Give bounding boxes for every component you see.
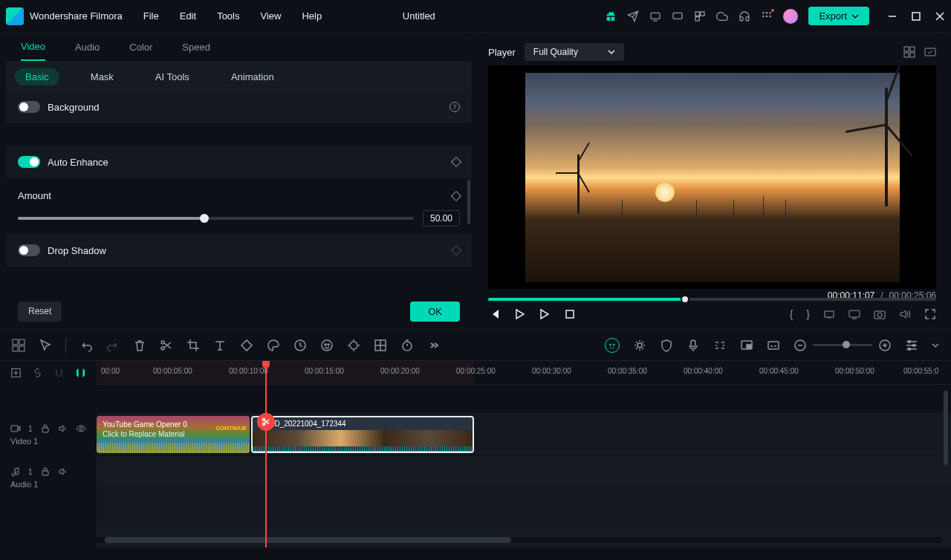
volume-icon[interactable] — [899, 308, 911, 320]
screen-record-icon[interactable] — [649, 10, 661, 22]
tab-color[interactable]: Color — [129, 34, 152, 60]
video-clip-2[interactable]: VID_20221004_172344 — [251, 416, 474, 453]
video-track-row[interactable]: YouTube Game Opener 0 Click to Replace M… — [97, 413, 951, 456]
magnet-icon[interactable] — [53, 367, 65, 379]
text-icon[interactable] — [213, 339, 227, 352]
mute-track-icon[interactable] — [58, 466, 68, 477]
audio-mix-icon[interactable] — [713, 339, 727, 352]
add-track-icon[interactable] — [10, 367, 22, 379]
amount-value[interactable]: 50.00 — [423, 210, 460, 227]
scrubber-thumb[interactable] — [681, 295, 689, 304]
snapshot-gallery-icon[interactable] — [924, 46, 936, 58]
subtab-basic[interactable]: Basic — [15, 68, 59, 85]
pointer-icon[interactable] — [39, 339, 52, 352]
menu-file[interactable]: File — [143, 10, 159, 22]
slider-thumb[interactable] — [200, 214, 209, 223]
lock-icon[interactable] — [40, 423, 51, 434]
background-toggle[interactable] — [18, 101, 40, 113]
display-icon[interactable] — [848, 308, 860, 320]
chevron-down-icon[interactable] — [932, 339, 939, 352]
toolbox-icon[interactable] — [12, 339, 25, 352]
split-icon[interactable] — [160, 339, 173, 352]
menu-edit[interactable]: Edit — [180, 10, 196, 22]
lock-icon[interactable] — [40, 466, 51, 477]
playhead[interactable] — [265, 361, 267, 547]
amount-slider[interactable] — [18, 217, 414, 220]
grid-icon[interactable] — [903, 46, 915, 58]
subtab-ai-tools[interactable]: AI Tools — [145, 68, 200, 85]
auto-ripple-icon[interactable] — [75, 367, 86, 379]
delete-icon[interactable] — [133, 339, 146, 352]
send-icon[interactable] — [627, 10, 639, 22]
audio-track-row[interactable] — [97, 484, 951, 527]
effects-icon[interactable] — [347, 339, 360, 352]
mic-icon[interactable] — [687, 339, 700, 352]
zoom-in-icon[interactable] — [878, 339, 892, 352]
more-tools-icon[interactable] — [427, 339, 441, 352]
headphones-icon[interactable] — [739, 10, 750, 22]
help-icon[interactable]: ? — [449, 102, 460, 112]
device-icon[interactable] — [672, 10, 684, 22]
speed-tool-icon[interactable] — [293, 339, 307, 352]
redo-icon[interactable] — [106, 339, 120, 352]
timeline-settings-icon[interactable] — [905, 339, 918, 352]
scrollbar-horizontal[interactable] — [97, 537, 942, 543]
cloud-icon[interactable] — [716, 10, 728, 22]
subtab-mask[interactable]: Mask — [80, 68, 124, 85]
enhance-icon[interactable] — [633, 339, 646, 352]
minimize-icon[interactable] — [887, 11, 898, 22]
scrollbar-vertical[interactable] — [944, 391, 948, 465]
apps-icon[interactable] — [761, 10, 773, 22]
ratio-icon[interactable] — [823, 308, 835, 320]
next-frame-icon[interactable] — [539, 308, 551, 320]
tracks-area[interactable]: YouTube Game Opener 0 Click to Replace M… — [97, 413, 951, 547]
color-tool-icon[interactable] — [267, 339, 280, 352]
playhead-handle[interactable] — [262, 361, 270, 368]
crop-icon[interactable] — [186, 339, 200, 352]
fullscreen-icon[interactable] — [924, 308, 936, 320]
keyframe-tool-icon[interactable] — [240, 339, 253, 352]
prev-frame-icon[interactable] — [488, 308, 500, 320]
mark-out-icon[interactable]: } — [806, 308, 810, 320]
maximize-icon[interactable] — [911, 11, 921, 22]
gift-icon[interactable] — [605, 10, 617, 22]
template-icon[interactable] — [694, 10, 706, 22]
undo-icon[interactable] — [79, 339, 93, 352]
keyframe-icon[interactable] — [451, 157, 461, 167]
close-icon[interactable] — [935, 11, 945, 22]
link-icon[interactable] — [32, 367, 43, 379]
video-clip-1[interactable]: YouTube Game Opener 0 Click to Replace M… — [97, 416, 250, 453]
ai-assistant-icon[interactable] — [605, 338, 620, 353]
timer-icon[interactable] — [400, 339, 414, 352]
mask-tool-icon[interactable] — [320, 339, 334, 352]
shield-icon[interactable] — [660, 339, 673, 352]
quality-select[interactable]: Full Quality — [525, 43, 624, 61]
zoom-slider[interactable] — [813, 344, 872, 346]
export-button[interactable]: Export — [808, 7, 869, 25]
pip-icon[interactable] — [740, 339, 753, 352]
tab-speed[interactable]: Speed — [182, 34, 210, 60]
ok-button[interactable]: OK — [410, 302, 460, 322]
play-icon[interactable] — [513, 308, 525, 320]
mute-track-icon[interactable] — [58, 423, 68, 434]
scrollbar-vertical[interactable] — [467, 180, 470, 224]
split-marker-icon[interactable] — [257, 413, 275, 431]
zoom-out-icon[interactable] — [793, 339, 807, 352]
user-avatar[interactable] — [783, 9, 798, 24]
timeline-ruler[interactable]: 00:00 00:00:05:00 00:00:10:00 00:00:15:0… — [97, 361, 951, 385]
player-scrubber[interactable] — [488, 298, 936, 301]
video-preview[interactable] — [488, 65, 936, 289]
subtab-animation[interactable]: Animation — [221, 68, 285, 85]
auto-enhance-toggle[interactable] — [18, 156, 40, 168]
zoom-thumb[interactable] — [843, 341, 850, 348]
stop-icon[interactable] — [564, 308, 576, 320]
reset-button[interactable]: Reset — [18, 302, 62, 322]
subtitle-icon[interactable] — [767, 339, 780, 352]
tab-video[interactable]: Video — [21, 33, 45, 61]
snapshot-icon[interactable] — [874, 308, 886, 320]
adjustment-icon[interactable] — [374, 339, 387, 352]
tab-audio[interactable]: Audio — [75, 34, 100, 60]
drop-shadow-toggle[interactable] — [18, 244, 40, 256]
visible-icon[interactable] — [76, 423, 86, 434]
keyframe-icon[interactable] — [451, 190, 461, 201]
